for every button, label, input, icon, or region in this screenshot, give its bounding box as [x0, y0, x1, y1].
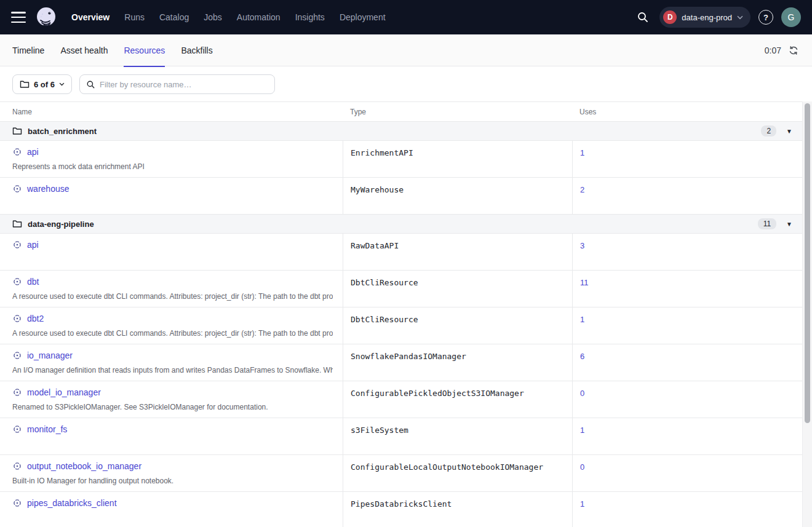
resource-name-cell: pipes_databricks_client — [0, 492, 343, 527]
resource-type-cell: PipesDatabricksClient — [343, 492, 572, 527]
resource-type-cell: ConfigurablePickledObjectS3IOManager — [343, 381, 572, 418]
group-count-badge: 2 — [761, 125, 776, 137]
help-icon[interactable]: ? — [758, 10, 773, 25]
resource-name-link[interactable]: monitor_fs — [27, 424, 67, 434]
folder-icon — [20, 80, 30, 89]
user-avatar[interactable]: G — [781, 7, 801, 27]
resource-row-dbt: dbt A resource used to execute dbt CLI c… — [0, 271, 802, 307]
resource-uses-cell: 1 — [572, 141, 802, 177]
resource-icon — [12, 424, 22, 434]
resource-name-link[interactable]: api — [27, 240, 39, 250]
search-icon — [86, 80, 95, 89]
hamburger-menu-icon[interactable] — [11, 12, 26, 23]
nav-item-jobs[interactable]: Jobs — [204, 12, 222, 22]
resource-type-cell: ConfigurableLocalOutputNotebookIOManager — [343, 455, 572, 491]
resource-name-link[interactable]: dbt — [27, 277, 39, 287]
collapse-caret-icon[interactable]: ▼ — [786, 221, 792, 228]
resource-uses-cell: 0 — [572, 455, 802, 491]
folder-icon — [12, 127, 22, 135]
deployment-initial-badge: D — [663, 10, 677, 24]
tab-resources[interactable]: Resources — [124, 34, 165, 66]
uses-count-link[interactable]: 3 — [580, 241, 584, 250]
resource-name-cell: api Represents a mock data enrichment AP… — [0, 141, 343, 177]
resource-name-cell: warehouse — [0, 178, 343, 214]
resource-icon — [12, 351, 22, 360]
nav-item-catalog[interactable]: Catalog — [159, 12, 189, 22]
resource-description: A resource used to execute dbt CLI comma… — [12, 292, 333, 301]
resource-group-row-batch_enrichment[interactable]: batch_enrichment 2 ▼ — [0, 122, 802, 141]
refresh-icon[interactable] — [787, 44, 800, 57]
resource-row-api: api Represents a mock data enrichment AP… — [0, 141, 802, 178]
resource-name-link[interactable]: dbt2 — [27, 314, 44, 323]
refresh-countdown: 0:07 — [765, 46, 781, 55]
column-header-name: Name — [0, 108, 343, 116]
column-header-uses: Uses — [572, 108, 802, 116]
nav-item-insights[interactable]: Insights — [295, 12, 325, 22]
resource-description: An I/O manager definition that reads inp… — [12, 366, 333, 374]
resource-name-cell: api — [0, 234, 343, 270]
resource-type-cell: RawDataAPI — [343, 234, 572, 270]
resource-name-link[interactable]: model_io_manager — [27, 387, 101, 397]
resource-icon — [12, 184, 22, 194]
resource-name-link[interactable]: output_notebook_io_manager — [27, 461, 141, 471]
group-filter-label: 6 of 6 — [34, 80, 55, 89]
resource-name-link[interactable]: pipes_databricks_client — [27, 498, 117, 508]
resource-name-cell: io_manager An I/O manager definition tha… — [0, 344, 343, 381]
tab-asset-health[interactable]: Asset health — [60, 34, 108, 66]
resource-name-cell: output_notebook_io_manager Built-in IO M… — [0, 455, 343, 491]
nav-item-overview[interactable]: Overview — [71, 12, 109, 22]
primary-nav-links: Overview Runs Catalog Jobs Automation In… — [71, 12, 400, 22]
uses-count-link[interactable]: 2 — [580, 185, 584, 194]
deployment-switcher[interactable]: D data-eng-prod — [659, 7, 750, 28]
uses-count-link[interactable]: 1 — [580, 148, 584, 157]
resource-name-cell: dbt2 A resource used to execute dbt CLI … — [0, 307, 343, 344]
uses-count-link[interactable]: 0 — [580, 389, 584, 398]
resource-description: Built-in IO Manager for handling output … — [12, 477, 333, 485]
resource-row-dbt2: dbt2 A resource used to execute dbt CLI … — [0, 307, 802, 344]
resource-type-cell: s3FileSystem — [343, 418, 572, 454]
tab-backfills[interactable]: Backfills — [181, 34, 212, 66]
resource-filter-field — [79, 74, 275, 94]
resource-name-link[interactable]: io_manager — [27, 351, 73, 360]
resource-icon — [12, 277, 22, 287]
resource-name-link[interactable]: warehouse — [27, 184, 70, 194]
resource-row-api: api RawDataAPI 3 — [0, 234, 802, 271]
resource-row-monitor_fs: monitor_fs s3FileSystem 1 — [0, 418, 802, 455]
dagster-logo-icon[interactable] — [34, 6, 58, 29]
tab-timeline[interactable]: Timeline — [12, 34, 44, 66]
resource-group-row-data-eng-pipeline[interactable]: data-eng-pipeline 11 ▼ — [0, 215, 802, 234]
resource-row-io_manager: io_manager An I/O manager definition tha… — [0, 344, 802, 381]
folder-icon — [12, 220, 22, 228]
resource-type-cell: MyWarehouse — [343, 178, 572, 214]
nav-item-runs[interactable]: Runs — [124, 12, 145, 22]
resource-uses-cell: 11 — [572, 271, 802, 307]
scrollbar-thumb[interactable] — [805, 103, 810, 423]
resource-icon — [12, 240, 22, 250]
chevron-down-icon — [737, 15, 743, 20]
table-header: Name Type Uses — [0, 102, 802, 122]
uses-count-link[interactable]: 1 — [580, 315, 584, 324]
nav-item-automation[interactable]: Automation — [237, 12, 281, 22]
uses-count-link[interactable]: 1 — [580, 426, 584, 435]
resource-type-cell: DbtCliResource — [343, 271, 572, 307]
uses-count-link[interactable]: 1 — [580, 499, 584, 509]
resource-uses-cell: 3 — [572, 234, 802, 270]
filter-bar: 6 of 6 — [0, 66, 812, 101]
search-icon[interactable] — [634, 9, 651, 26]
resource-type-cell: DbtCliResource — [343, 307, 572, 344]
group-filter-button[interactable]: 6 of 6 — [12, 74, 72, 94]
resource-name-link[interactable]: api — [27, 147, 39, 157]
uses-count-link[interactable]: 6 — [580, 352, 584, 361]
uses-count-link[interactable]: 11 — [580, 278, 589, 287]
resource-filter-input[interactable] — [100, 80, 268, 89]
resource-row-pipes_databricks_client: pipes_databricks_client PipesDatabricksC… — [0, 492, 802, 527]
deployment-name: data-eng-prod — [682, 13, 732, 22]
vertical-scrollbar[interactable] — [802, 101, 812, 527]
resource-uses-cell: 6 — [572, 344, 802, 381]
resource-name-cell: monitor_fs — [0, 418, 343, 454]
collapse-caret-icon[interactable]: ▼ — [786, 128, 792, 135]
uses-count-link[interactable]: 0 — [580, 462, 584, 472]
nav-item-deployment[interactable]: Deployment — [340, 12, 386, 22]
resource-type-cell: EnrichmentAPI — [343, 141, 572, 177]
resource-row-warehouse: warehouse MyWarehouse 2 — [0, 178, 802, 215]
